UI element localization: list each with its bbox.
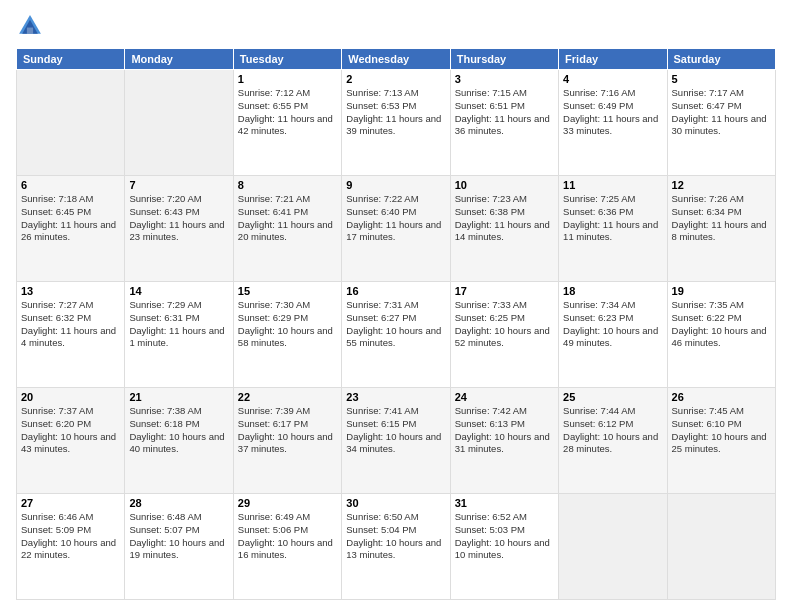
day-number: 30	[346, 497, 445, 509]
weekday-header-thursday: Thursday	[450, 49, 558, 70]
calendar-cell: 14Sunrise: 7:29 AM Sunset: 6:31 PM Dayli…	[125, 282, 233, 388]
day-info: Sunrise: 7:17 AM Sunset: 6:47 PM Dayligh…	[672, 87, 771, 138]
week-row-2: 6Sunrise: 7:18 AM Sunset: 6:45 PM Daylig…	[17, 176, 776, 282]
day-info: Sunrise: 7:25 AM Sunset: 6:36 PM Dayligh…	[563, 193, 662, 244]
day-number: 9	[346, 179, 445, 191]
calendar-cell: 12Sunrise: 7:26 AM Sunset: 6:34 PM Dayli…	[667, 176, 775, 282]
day-number: 7	[129, 179, 228, 191]
day-info: Sunrise: 7:42 AM Sunset: 6:13 PM Dayligh…	[455, 405, 554, 456]
day-number: 4	[563, 73, 662, 85]
day-number: 24	[455, 391, 554, 403]
header	[16, 12, 776, 40]
calendar-cell: 23Sunrise: 7:41 AM Sunset: 6:15 PM Dayli…	[342, 388, 450, 494]
calendar-cell: 4Sunrise: 7:16 AM Sunset: 6:49 PM Daylig…	[559, 70, 667, 176]
day-info: Sunrise: 7:33 AM Sunset: 6:25 PM Dayligh…	[455, 299, 554, 350]
calendar-cell: 17Sunrise: 7:33 AM Sunset: 6:25 PM Dayli…	[450, 282, 558, 388]
day-info: Sunrise: 7:23 AM Sunset: 6:38 PM Dayligh…	[455, 193, 554, 244]
weekday-header-sunday: Sunday	[17, 49, 125, 70]
logo-icon	[16, 12, 44, 40]
day-number: 3	[455, 73, 554, 85]
day-info: Sunrise: 7:26 AM Sunset: 6:34 PM Dayligh…	[672, 193, 771, 244]
weekday-header-tuesday: Tuesday	[233, 49, 341, 70]
calendar-cell: 22Sunrise: 7:39 AM Sunset: 6:17 PM Dayli…	[233, 388, 341, 494]
day-info: Sunrise: 7:30 AM Sunset: 6:29 PM Dayligh…	[238, 299, 337, 350]
weekday-row: SundayMondayTuesdayWednesdayThursdayFrid…	[17, 49, 776, 70]
calendar-cell: 24Sunrise: 7:42 AM Sunset: 6:13 PM Dayli…	[450, 388, 558, 494]
day-number: 27	[21, 497, 120, 509]
day-number: 6	[21, 179, 120, 191]
calendar-cell: 18Sunrise: 7:34 AM Sunset: 6:23 PM Dayli…	[559, 282, 667, 388]
day-number: 8	[238, 179, 337, 191]
calendar-cell: 28Sunrise: 6:48 AM Sunset: 5:07 PM Dayli…	[125, 494, 233, 600]
day-number: 11	[563, 179, 662, 191]
day-number: 12	[672, 179, 771, 191]
day-number: 19	[672, 285, 771, 297]
week-row-3: 13Sunrise: 7:27 AM Sunset: 6:32 PM Dayli…	[17, 282, 776, 388]
day-number: 1	[238, 73, 337, 85]
calendar-cell: 11Sunrise: 7:25 AM Sunset: 6:36 PM Dayli…	[559, 176, 667, 282]
day-info: Sunrise: 7:13 AM Sunset: 6:53 PM Dayligh…	[346, 87, 445, 138]
weekday-header-saturday: Saturday	[667, 49, 775, 70]
calendar-cell: 20Sunrise: 7:37 AM Sunset: 6:20 PM Dayli…	[17, 388, 125, 494]
day-info: Sunrise: 6:52 AM Sunset: 5:03 PM Dayligh…	[455, 511, 554, 562]
calendar-cell	[125, 70, 233, 176]
calendar-cell: 25Sunrise: 7:44 AM Sunset: 6:12 PM Dayli…	[559, 388, 667, 494]
day-info: Sunrise: 7:12 AM Sunset: 6:55 PM Dayligh…	[238, 87, 337, 138]
calendar-body: 1Sunrise: 7:12 AM Sunset: 6:55 PM Daylig…	[17, 70, 776, 600]
page: SundayMondayTuesdayWednesdayThursdayFrid…	[0, 0, 792, 612]
day-number: 25	[563, 391, 662, 403]
calendar-cell: 13Sunrise: 7:27 AM Sunset: 6:32 PM Dayli…	[17, 282, 125, 388]
day-info: Sunrise: 7:41 AM Sunset: 6:15 PM Dayligh…	[346, 405, 445, 456]
day-number: 17	[455, 285, 554, 297]
week-row-4: 20Sunrise: 7:37 AM Sunset: 6:20 PM Dayli…	[17, 388, 776, 494]
day-info: Sunrise: 7:31 AM Sunset: 6:27 PM Dayligh…	[346, 299, 445, 350]
calendar-cell	[17, 70, 125, 176]
calendar-cell: 5Sunrise: 7:17 AM Sunset: 6:47 PM Daylig…	[667, 70, 775, 176]
day-number: 22	[238, 391, 337, 403]
day-number: 31	[455, 497, 554, 509]
calendar-cell: 27Sunrise: 6:46 AM Sunset: 5:09 PM Dayli…	[17, 494, 125, 600]
calendar-cell: 6Sunrise: 7:18 AM Sunset: 6:45 PM Daylig…	[17, 176, 125, 282]
day-number: 26	[672, 391, 771, 403]
day-info: Sunrise: 7:35 AM Sunset: 6:22 PM Dayligh…	[672, 299, 771, 350]
calendar-cell: 29Sunrise: 6:49 AM Sunset: 5:06 PM Dayli…	[233, 494, 341, 600]
calendar-cell: 30Sunrise: 6:50 AM Sunset: 5:04 PM Dayli…	[342, 494, 450, 600]
day-info: Sunrise: 7:37 AM Sunset: 6:20 PM Dayligh…	[21, 405, 120, 456]
day-info: Sunrise: 7:18 AM Sunset: 6:45 PM Dayligh…	[21, 193, 120, 244]
calendar-cell: 21Sunrise: 7:38 AM Sunset: 6:18 PM Dayli…	[125, 388, 233, 494]
calendar-table: SundayMondayTuesdayWednesdayThursdayFrid…	[16, 48, 776, 600]
calendar-cell: 15Sunrise: 7:30 AM Sunset: 6:29 PM Dayli…	[233, 282, 341, 388]
svg-rect-2	[27, 28, 33, 34]
day-number: 15	[238, 285, 337, 297]
day-number: 16	[346, 285, 445, 297]
calendar-cell: 10Sunrise: 7:23 AM Sunset: 6:38 PM Dayli…	[450, 176, 558, 282]
day-info: Sunrise: 6:50 AM Sunset: 5:04 PM Dayligh…	[346, 511, 445, 562]
calendar-cell: 1Sunrise: 7:12 AM Sunset: 6:55 PM Daylig…	[233, 70, 341, 176]
day-info: Sunrise: 7:34 AM Sunset: 6:23 PM Dayligh…	[563, 299, 662, 350]
calendar-cell: 16Sunrise: 7:31 AM Sunset: 6:27 PM Dayli…	[342, 282, 450, 388]
calendar-cell	[667, 494, 775, 600]
day-info: Sunrise: 7:38 AM Sunset: 6:18 PM Dayligh…	[129, 405, 228, 456]
day-number: 2	[346, 73, 445, 85]
calendar-header: SundayMondayTuesdayWednesdayThursdayFrid…	[17, 49, 776, 70]
calendar-cell: 19Sunrise: 7:35 AM Sunset: 6:22 PM Dayli…	[667, 282, 775, 388]
day-info: Sunrise: 7:45 AM Sunset: 6:10 PM Dayligh…	[672, 405, 771, 456]
calendar-cell: 31Sunrise: 6:52 AM Sunset: 5:03 PM Dayli…	[450, 494, 558, 600]
calendar-cell: 3Sunrise: 7:15 AM Sunset: 6:51 PM Daylig…	[450, 70, 558, 176]
day-info: Sunrise: 7:27 AM Sunset: 6:32 PM Dayligh…	[21, 299, 120, 350]
week-row-1: 1Sunrise: 7:12 AM Sunset: 6:55 PM Daylig…	[17, 70, 776, 176]
day-number: 18	[563, 285, 662, 297]
day-info: Sunrise: 7:20 AM Sunset: 6:43 PM Dayligh…	[129, 193, 228, 244]
calendar-cell: 2Sunrise: 7:13 AM Sunset: 6:53 PM Daylig…	[342, 70, 450, 176]
day-number: 28	[129, 497, 228, 509]
calendar-cell: 9Sunrise: 7:22 AM Sunset: 6:40 PM Daylig…	[342, 176, 450, 282]
weekday-header-monday: Monday	[125, 49, 233, 70]
day-number: 23	[346, 391, 445, 403]
week-row-5: 27Sunrise: 6:46 AM Sunset: 5:09 PM Dayli…	[17, 494, 776, 600]
weekday-header-friday: Friday	[559, 49, 667, 70]
day-info: Sunrise: 7:29 AM Sunset: 6:31 PM Dayligh…	[129, 299, 228, 350]
calendar-cell: 26Sunrise: 7:45 AM Sunset: 6:10 PM Dayli…	[667, 388, 775, 494]
day-number: 20	[21, 391, 120, 403]
day-info: Sunrise: 7:39 AM Sunset: 6:17 PM Dayligh…	[238, 405, 337, 456]
calendar-cell	[559, 494, 667, 600]
